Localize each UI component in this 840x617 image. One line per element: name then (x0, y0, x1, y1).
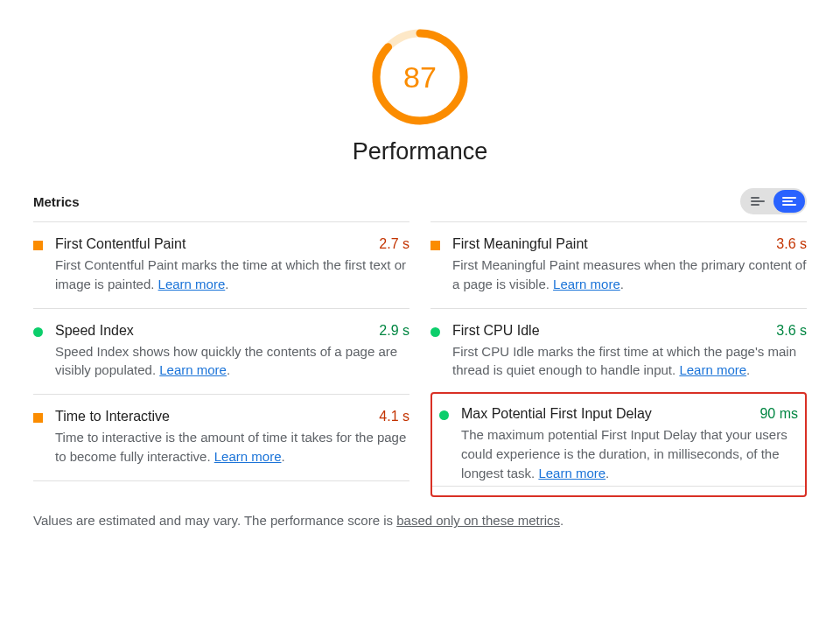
metric-row: Speed Index2.9 sSpeed Index shows how qu… (33, 308, 410, 395)
pass-icon (33, 327, 43, 337)
metric-value: 3.6 s (776, 236, 807, 252)
average-icon (33, 413, 43, 423)
metric-description: Speed Index shows how quickly the conten… (55, 342, 410, 381)
metric-description: First Contentful Paint marks the time at… (55, 256, 410, 294)
metric-row: Max Potential First Input Delay90 msThe … (432, 403, 805, 487)
metric-title: Time to Interactive (55, 409, 170, 424)
metric-title: Max Potential First Input Delay (461, 406, 652, 422)
footnote: Values are estimated and may vary. The p… (33, 513, 807, 528)
metric-row: Time to Interactive4.1 sTime to interact… (33, 394, 410, 481)
metric-title: First CPU Idle (452, 323, 540, 339)
footnote-text: Values are estimated and may vary. The p… (33, 513, 396, 528)
highlighted-metric: Max Potential First Input Delay90 msThe … (430, 392, 807, 497)
learn-more-link[interactable]: Learn more (159, 362, 227, 377)
collapse-view-button[interactable] (742, 190, 774, 213)
footnote-text-end: . (560, 513, 564, 528)
metrics-column-right: First Meaningful Paint3.6 sFirst Meaning… (430, 221, 807, 497)
metric-description: First CPU Idle marks the first time at w… (452, 342, 807, 381)
pass-icon (439, 410, 449, 420)
metric-description: Time to interactive is the amount of tim… (55, 428, 410, 466)
average-icon (33, 241, 43, 250)
average-icon (430, 241, 440, 250)
metric-value: 4.1 s (379, 409, 410, 424)
metric-description: First Meaningful Paint measures when the… (452, 256, 807, 294)
metrics-column-left: First Contentful Paint2.7 sFirst Content… (33, 221, 410, 497)
metric-value: 90 ms (760, 406, 798, 422)
view-toggle (740, 188, 807, 214)
category-title: Performance (353, 138, 488, 165)
learn-more-link[interactable]: Learn more (538, 466, 606, 480)
learn-more-link[interactable]: Learn more (158, 277, 226, 291)
score-gauge-section: 87 Performance (33, 28, 807, 165)
metric-title: Speed Index (55, 323, 134, 339)
score-gauge: 87 (371, 28, 469, 126)
metric-row: First Contentful Paint2.7 sFirst Content… (33, 221, 410, 308)
learn-more-link[interactable]: Learn more (553, 277, 620, 291)
learn-more-link[interactable]: Learn more (679, 362, 746, 377)
metric-value: 2.9 s (379, 323, 410, 339)
score-value: 87 (371, 28, 469, 126)
metric-row: First CPU Idle3.6 sFirst CPU Idle marks … (430, 308, 807, 395)
footnote-link[interactable]: based only on these metrics (396, 513, 560, 528)
metric-title: First Contentful Paint (55, 236, 186, 252)
metrics-heading: Metrics (33, 194, 80, 209)
metric-value: 2.7 s (379, 236, 410, 252)
metric-row: First Meaningful Paint3.6 sFirst Meaning… (430, 221, 807, 308)
metric-description: The maximum potential First Input Delay … (461, 425, 798, 482)
learn-more-link[interactable]: Learn more (214, 449, 282, 464)
metric-value: 3.6 s (776, 323, 807, 339)
metric-title: First Meaningful Paint (452, 236, 588, 252)
expand-view-button[interactable] (774, 190, 805, 213)
pass-icon (430, 327, 440, 337)
